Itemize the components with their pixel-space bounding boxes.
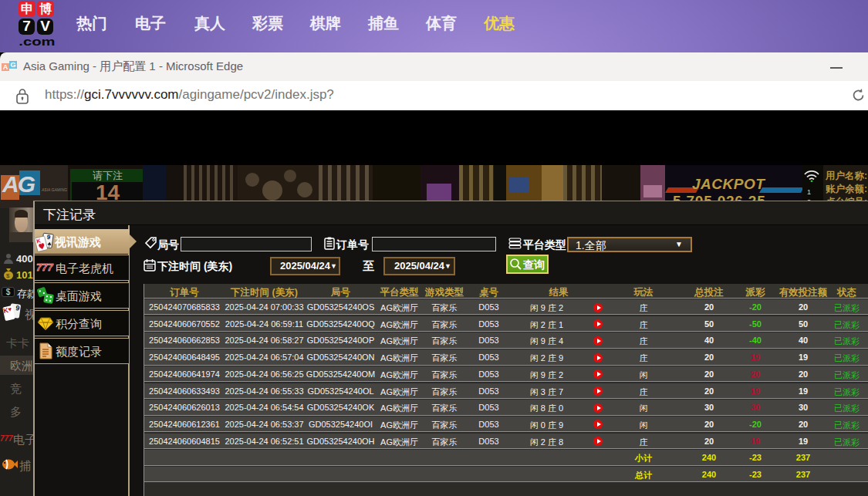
svg-text:777: 777 bbox=[36, 261, 53, 273]
svg-text:$: $ bbox=[6, 272, 10, 279]
